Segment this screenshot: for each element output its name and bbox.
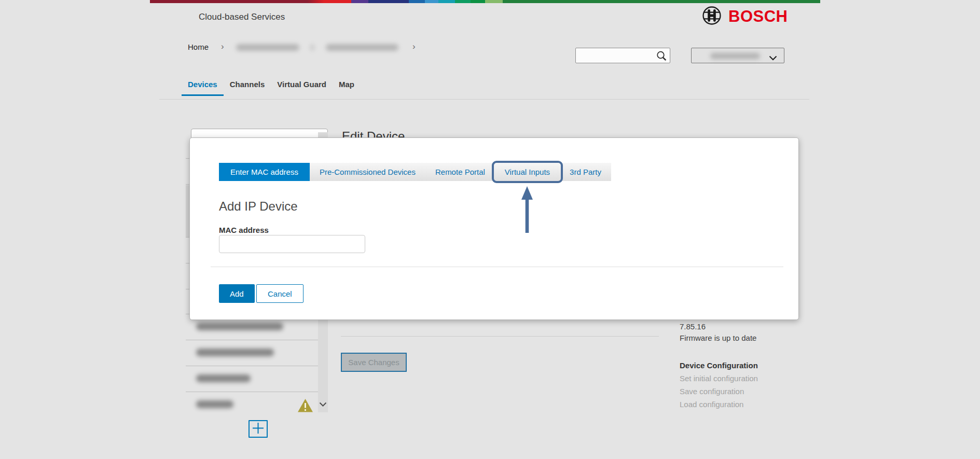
firmware-version: 7.85.16: [680, 322, 706, 331]
bosch-armature-icon: [702, 6, 722, 27]
tab-enter-mac-address[interactable]: Enter MAC address: [219, 163, 310, 181]
firmware-status: Firmware is up to date: [680, 333, 756, 342]
bosch-supergraphic-strip: [150, 0, 820, 3]
link-load-configuration[interactable]: Load configuration: [680, 400, 743, 409]
app-title: Cloud-based Services: [199, 12, 285, 22]
tab-devices[interactable]: Devices: [182, 76, 224, 96]
bosch-wordmark: BOSCH: [728, 7, 788, 26]
tab-virtual-inputs[interactable]: Virtual Inputs: [495, 163, 560, 181]
add-device-button[interactable]: [249, 420, 268, 438]
chevron-right-icon: [310, 44, 314, 51]
cancel-button[interactable]: Cancel: [256, 284, 303, 303]
page: Cloud-based Services BOSCH Home › ›: [0, 0, 980, 459]
plus-icon: [252, 422, 265, 437]
add-button[interactable]: Add: [219, 284, 255, 303]
device-configuration-heading: Device Configuration: [680, 361, 758, 370]
breadcrumb-home[interactable]: Home: [188, 43, 209, 51]
tab-map[interactable]: Map: [333, 76, 361, 96]
add-device-dialog: Enter MAC address Pre-Commissioned Devic…: [189, 137, 799, 320]
tab-remote-portal[interactable]: Remote Portal: [425, 163, 495, 181]
dialog-tab-bar: Enter MAC address Pre-Commissioned Devic…: [219, 163, 611, 181]
chevron-down-icon: [769, 53, 777, 63]
tab-3rd-party[interactable]: 3rd Party: [560, 163, 611, 181]
tab-channels[interactable]: Channels: [224, 76, 271, 96]
chevron-right-icon: ›: [221, 41, 224, 52]
link-save-configuration[interactable]: Save configuration: [680, 387, 744, 396]
dropdown-selected-value-redacted: [710, 53, 760, 59]
search-input[interactable]: [578, 49, 655, 62]
arrow-up-icon: [517, 186, 537, 236]
main-nav: Devices Channels Virtual Guard Map: [182, 76, 361, 96]
account-dropdown[interactable]: [691, 48, 784, 63]
breadcrumb-redacted-item[interactable]: [236, 44, 299, 51]
search-box: [575, 48, 670, 63]
link-set-initial-configuration[interactable]: Set initial configuration: [680, 374, 758, 383]
dialog-divider: [211, 267, 783, 267]
device-list-item[interactable]: [186, 340, 318, 366]
save-changes-button[interactable]: Save Changes: [341, 353, 407, 372]
device-name-redacted: [196, 400, 233, 408]
device-name-redacted: [196, 349, 274, 356]
chevron-down-icon[interactable]: [319, 400, 327, 409]
bosch-logo: BOSCH: [702, 6, 788, 27]
tab-pre-commissioned-devices[interactable]: Pre-Commissioned Devices: [310, 163, 425, 181]
mac-address-label: MAC address: [219, 226, 269, 234]
chevron-right-icon: ›: [412, 41, 416, 52]
tab-virtual-inputs-wrapper: Virtual Inputs: [495, 163, 560, 181]
breadcrumb-redacted-item[interactable]: [326, 44, 398, 51]
mac-address-input[interactable]: [219, 235, 365, 253]
tab-virtual-guard[interactable]: Virtual Guard: [271, 76, 333, 96]
dialog-title: Add IP Device: [219, 199, 298, 214]
warning-icon: [297, 398, 313, 415]
search-icon[interactable]: [656, 50, 667, 64]
device-list-item[interactable]: [186, 366, 318, 392]
nav-divider: [159, 99, 809, 100]
device-name-redacted: [196, 323, 283, 330]
content-divider: [341, 336, 659, 337]
device-name-redacted: [196, 374, 251, 382]
